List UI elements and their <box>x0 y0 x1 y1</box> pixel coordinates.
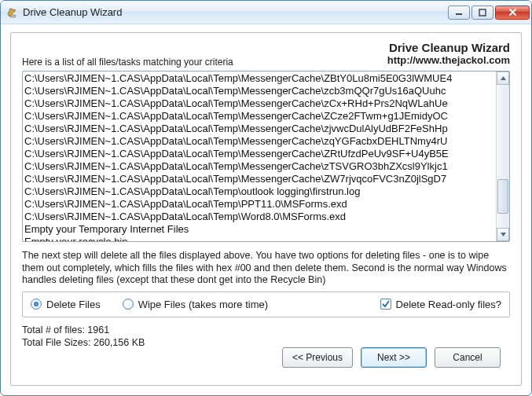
list-item[interactable]: C:\Users\RJIMEN~1.CAS\AppData\Local\Temp… <box>24 135 494 148</box>
list-item[interactable]: C:\Users\RJIMEN~1.CAS\AppData\Local\Temp… <box>24 123 494 135</box>
option-delete-label: Delete Files <box>46 299 101 310</box>
list-item[interactable]: C:\Users\RJIMEN~1.CAS\AppData\Local\Temp… <box>24 110 494 123</box>
option-readonly[interactable]: Delete Read-only files? <box>380 299 501 310</box>
content-area: Here is a list of all files/tasks matchi… <box>1 24 531 395</box>
scroll-down-button[interactable] <box>497 228 509 241</box>
list-item[interactable]: C:\Users\RJIMEN~1.CAS\AppData\Local\Temp… <box>24 97 494 110</box>
list-item[interactable]: C:\Users\RJIMEN~1.CAS\AppData\Local\Temp… <box>24 211 494 223</box>
titlebar[interactable]: Drive Cleanup Wizard <box>1 1 531 24</box>
description-text: The next step will delete all the files … <box>22 250 510 287</box>
option-readonly-label: Delete Read-only files? <box>396 299 501 310</box>
list-item[interactable]: C:\Users\RJIMEN~1.CAS\AppData\Local\Temp… <box>24 185 494 198</box>
next-button[interactable]: Next >> <box>361 347 427 368</box>
criteria-label: Here is a list of all files/tasks matchi… <box>22 41 233 68</box>
file-list[interactable]: C:\Users\RJIMEN~1.CAS\AppData\Local\Temp… <box>22 71 510 242</box>
svg-rect-1 <box>456 13 462 15</box>
radio-wipe[interactable] <box>123 299 134 310</box>
options-group: Delete Files Wipe Files (takes more time… <box>22 292 510 317</box>
wizard-window: Drive Cleanup Wizard Here is a list of a… <box>0 0 532 396</box>
list-item[interactable]: C:\Users\RJIMEN~1.CAS\AppData\Local\Temp… <box>24 85 494 97</box>
svg-rect-0 <box>10 15 16 17</box>
app-icon <box>6 6 18 19</box>
vertical-scrollbar[interactable] <box>496 72 509 241</box>
svg-rect-2 <box>479 9 486 16</box>
maximize-button[interactable] <box>471 6 493 20</box>
radio-delete[interactable] <box>31 299 42 310</box>
brand-title: Drive Cleanup Wizard <box>387 41 510 54</box>
list-item[interactable]: C:\Users\RJIMEN~1.CAS\AppData\Local\Temp… <box>24 148 494 160</box>
list-item[interactable]: C:\Users\RJIMEN~1.CAS\AppData\Local\Temp… <box>24 72 494 85</box>
totals: Total # of files: 1961 Total File Sizes:… <box>22 324 510 350</box>
option-delete-files[interactable]: Delete Files <box>31 299 101 310</box>
scroll-track[interactable] <box>497 85 509 228</box>
scroll-up-button[interactable] <box>497 72 509 85</box>
previous-button[interactable]: << Previous <box>282 347 353 368</box>
list-item[interactable]: Empty your recycle bin <box>24 236 494 241</box>
option-wipe-label: Wipe Files (takes more time) <box>138 299 268 310</box>
scroll-thumb[interactable] <box>497 179 508 214</box>
list-item[interactable]: Empty your Temporary Internet Files <box>24 223 494 236</box>
main-panel: Here is a list of all files/tasks matchi… <box>10 32 522 386</box>
brand-block: Drive Cleanup Wizard http://www.thejacko… <box>387 41 510 66</box>
window-controls <box>448 6 530 20</box>
top-row: Here is a list of all files/tasks matchi… <box>22 41 510 68</box>
window-title: Drive Cleanup Wizard <box>23 6 448 18</box>
total-files: Total # of files: 1961 <box>22 324 510 336</box>
list-item[interactable]: C:\Users\RJIMEN~1.CAS\AppData\Local\Temp… <box>24 173 494 185</box>
cancel-button[interactable]: Cancel <box>435 347 501 368</box>
close-button[interactable] <box>495 6 530 20</box>
checkbox-readonly[interactable] <box>380 299 391 310</box>
file-list-viewport[interactable]: C:\Users\RJIMEN~1.CAS\AppData\Local\Temp… <box>23 72 496 241</box>
brand-url: http://www.thejackol.com <box>387 54 510 66</box>
minimize-button[interactable] <box>448 6 470 20</box>
wizard-buttons: << Previous Next >> Cancel <box>282 347 501 368</box>
option-wipe-files[interactable]: Wipe Files (takes more time) <box>123 299 268 310</box>
list-item[interactable]: C:\Users\RJIMEN~1.CAS\AppData\Local\Temp… <box>24 198 494 211</box>
list-item[interactable]: C:\Users\RJIMEN~1.CAS\AppData\Local\Temp… <box>24 160 494 173</box>
